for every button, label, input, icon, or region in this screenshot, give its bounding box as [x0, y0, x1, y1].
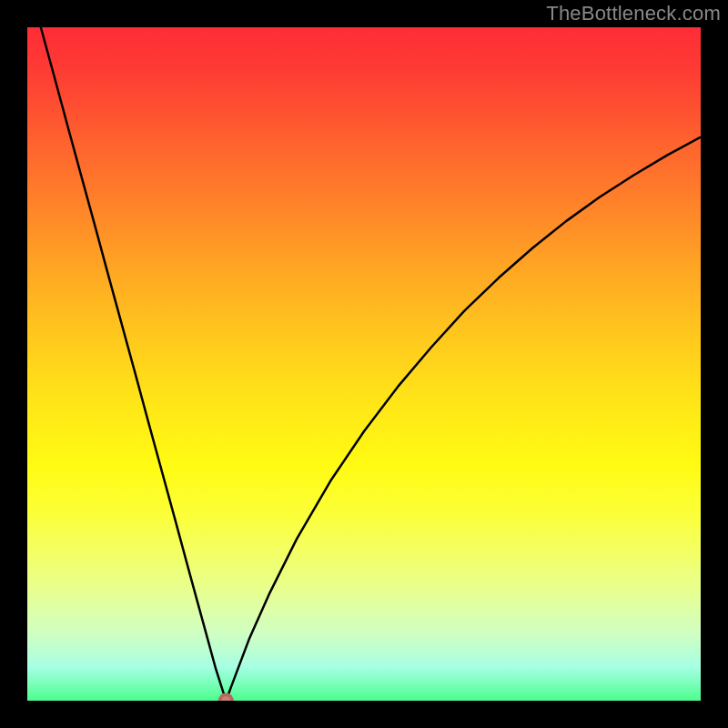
chart-frame: TheBottleneck.com [0, 0, 728, 728]
bottleneck-curve [27, 27, 701, 701]
minimum-marker [220, 694, 232, 701]
curve-path [27, 27, 701, 701]
watermark-text: TheBottleneck.com [546, 2, 721, 25]
plot-area [27, 27, 701, 701]
